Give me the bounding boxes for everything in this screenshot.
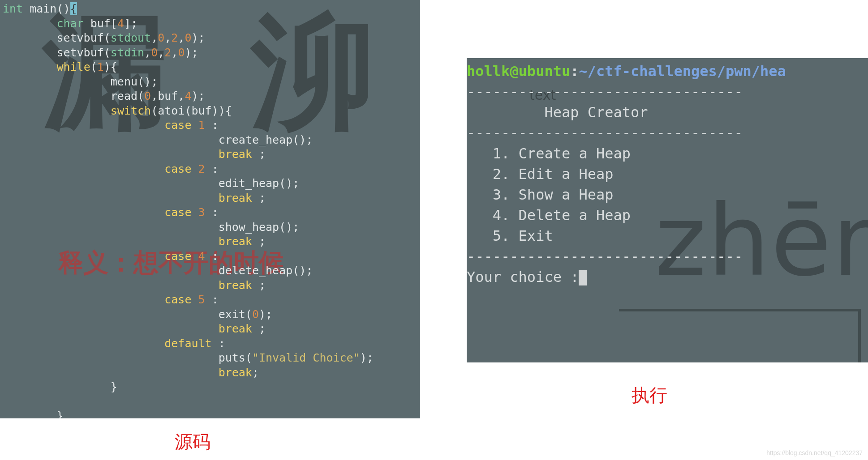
code-token bbox=[3, 250, 164, 263]
terminal-divider: -------------------------------- bbox=[467, 124, 743, 141]
code-token: default bbox=[164, 337, 211, 350]
code-token: ]; bbox=[124, 17, 138, 30]
source-code-block[interactable]: int main(){ char buf[4]; setvbuf(stdout,… bbox=[0, 0, 420, 418]
code-token: ); bbox=[259, 308, 272, 321]
code-token bbox=[3, 104, 111, 117]
terminal-menu-item-2: 2. Edit a Heap bbox=[467, 166, 622, 183]
code-token: , bbox=[178, 31, 185, 44]
code-token: 2 bbox=[171, 31, 178, 44]
code-token: stdout bbox=[111, 31, 151, 44]
code-token: 3 bbox=[198, 206, 205, 219]
code-token bbox=[191, 162, 198, 175]
code-token: ); bbox=[192, 31, 205, 44]
code-token: edit_heap(); bbox=[3, 177, 299, 190]
code-token: : bbox=[205, 293, 219, 306]
code-token: ; bbox=[252, 366, 259, 379]
code-token: ); bbox=[360, 351, 374, 364]
code-token: 0 bbox=[178, 46, 185, 59]
code-token: show_heap(); bbox=[3, 221, 299, 234]
code-token: (atoi(buf)){ bbox=[151, 104, 232, 117]
code-token: , bbox=[164, 31, 171, 44]
code-token bbox=[3, 119, 164, 132]
code-token bbox=[191, 206, 198, 219]
code-token: 2 bbox=[198, 162, 205, 175]
csdn-watermark: https://blog.csdn.net/qq_41202237 bbox=[766, 449, 863, 456]
watermark-box bbox=[619, 309, 861, 362]
code-token: case bbox=[164, 293, 191, 306]
code-token: : bbox=[212, 337, 225, 350]
code-token: } bbox=[3, 409, 63, 418]
code-token: case bbox=[164, 250, 191, 263]
terminal-divider: -------------------------------- bbox=[467, 248, 743, 265]
terminal-menu-item-4: 4. Delete a Heap bbox=[467, 207, 631, 224]
code-token: break bbox=[219, 148, 252, 161]
code-token: ); bbox=[185, 46, 198, 59]
code-token: 5 bbox=[198, 293, 205, 306]
code-token: 2 bbox=[164, 46, 171, 59]
code-token: 0 bbox=[144, 89, 151, 102]
code-token: ; bbox=[252, 322, 266, 335]
code-token bbox=[3, 162, 164, 175]
code-token: exit( bbox=[3, 308, 252, 321]
terminal-panel: text zhēn hollk@ubuntu:~/ctf-challenges/… bbox=[467, 58, 868, 362]
code-token bbox=[3, 366, 219, 379]
terminal-colon: : bbox=[570, 63, 579, 80]
code-token: ; bbox=[252, 235, 266, 248]
terminal-output[interactable]: hollk@ubuntu:~/ctf-challenges/pwn/hea --… bbox=[467, 58, 868, 287]
terminal-cursor bbox=[579, 270, 587, 285]
code-token: break bbox=[219, 192, 252, 204]
code-token: { bbox=[70, 2, 77, 15]
code-token: ; bbox=[252, 192, 266, 204]
code-token: switch bbox=[111, 104, 151, 117]
code-token: break bbox=[219, 235, 252, 248]
code-token: case bbox=[164, 206, 191, 219]
code-token: 1 bbox=[198, 119, 205, 132]
code-token: case bbox=[164, 162, 191, 175]
code-token: , bbox=[171, 46, 178, 59]
terminal-divider: -------------------------------- bbox=[467, 83, 743, 100]
code-token: main() bbox=[30, 2, 70, 15]
code-token bbox=[3, 148, 219, 161]
code-token: break bbox=[219, 322, 252, 335]
code-token: 0 bbox=[185, 31, 191, 44]
code-token: break bbox=[219, 279, 252, 292]
code-token: ); bbox=[191, 89, 205, 102]
code-token: 0 bbox=[158, 31, 164, 44]
code-token: 1 bbox=[97, 60, 104, 73]
terminal-prompt-line: hollk@ubuntu:~/ctf-challenges/pwn/hea bbox=[467, 63, 786, 80]
code-token: char bbox=[56, 17, 90, 30]
code-token: ( bbox=[90, 60, 97, 73]
code-token: : bbox=[205, 206, 219, 219]
source-code-panel: 漏 泖 释义：想不开的时候 int main(){ char buf[4]; s… bbox=[0, 0, 420, 418]
code-token: break bbox=[219, 366, 252, 379]
code-token bbox=[3, 322, 219, 335]
code-token bbox=[3, 279, 219, 292]
code-token bbox=[3, 337, 164, 350]
code-token: setvbuf( bbox=[3, 46, 111, 59]
code-token: , bbox=[151, 31, 158, 44]
code-token: "Invalid Choice" bbox=[252, 351, 360, 364]
caption-source: 源码 bbox=[175, 430, 211, 454]
code-token: 4 bbox=[198, 250, 205, 263]
code-token: : bbox=[205, 119, 219, 132]
code-token: setvbuf( bbox=[3, 31, 111, 44]
code-token: ; bbox=[252, 148, 266, 161]
code-token: } bbox=[3, 380, 117, 393]
code-token bbox=[191, 119, 198, 132]
code-token: : bbox=[205, 162, 219, 175]
code-token bbox=[3, 293, 164, 306]
code-token bbox=[3, 60, 56, 73]
terminal-menu-item-1: 1. Create a Heap bbox=[467, 145, 631, 162]
code-token: menu(); bbox=[3, 75, 158, 88]
code-token bbox=[191, 293, 198, 306]
terminal-choice-line[interactable]: Your choice : bbox=[467, 268, 587, 285]
terminal-title: Heap Creator bbox=[467, 104, 726, 121]
code-token: , bbox=[158, 46, 164, 59]
code-token: case bbox=[164, 119, 191, 132]
code-token: stdin bbox=[111, 46, 144, 59]
code-token: 0 bbox=[252, 308, 259, 321]
code-token: 4 bbox=[117, 17, 124, 30]
code-token: int bbox=[3, 2, 30, 15]
code-token: , bbox=[144, 46, 151, 59]
caption-execute: 执行 bbox=[632, 383, 667, 408]
